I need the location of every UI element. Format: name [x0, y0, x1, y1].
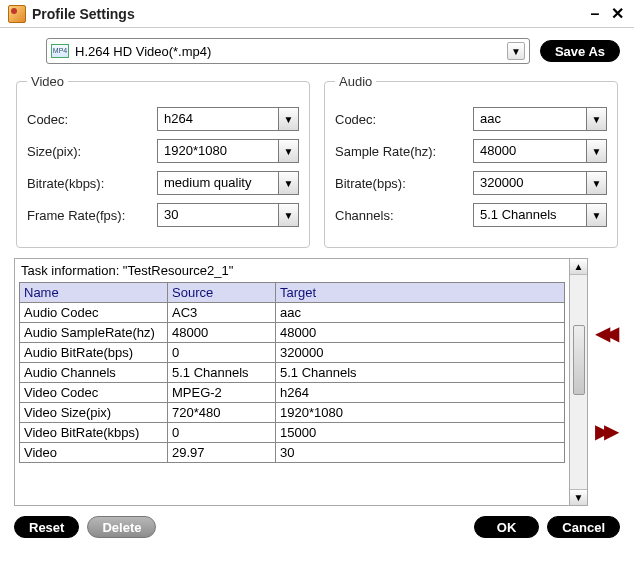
window-title: Profile Settings	[32, 6, 582, 22]
audio-codec-value: aac	[474, 108, 586, 130]
cell-target: 48000	[276, 323, 565, 343]
cell-source: 720*480	[168, 403, 276, 423]
table-row: Audio BitRate(bps)0320000	[20, 343, 565, 363]
audio-samplerate-value: 48000	[474, 140, 586, 162]
cell-name: Video BitRate(kbps)	[20, 423, 168, 443]
chevron-down-icon[interactable]: ▼	[586, 108, 606, 130]
video-size-select[interactable]: 1920*1080 ▼	[157, 139, 299, 163]
cell-name: Video	[20, 443, 168, 463]
chevron-down-icon[interactable]: ▼	[586, 140, 606, 162]
video-bitrate-value: medium quality	[158, 172, 278, 194]
ok-button[interactable]: OK	[474, 516, 540, 538]
save-as-button[interactable]: Save As	[540, 40, 620, 62]
video-codec-select[interactable]: h264 ▼	[157, 107, 299, 131]
table-header-row: Name Source Target	[20, 283, 565, 303]
next-task-button[interactable]: ▶▶	[595, 421, 613, 441]
table-row: Video Size(pix)720*4801920*1080	[20, 403, 565, 423]
table-row: Video29.9730	[20, 443, 565, 463]
task-info-scroll[interactable]: Task information: "TestResource2_1" Name…	[14, 258, 570, 506]
cell-target: 15000	[276, 423, 565, 443]
video-size-label: Size(pix):	[27, 144, 157, 159]
cell-name: Audio BitRate(bps)	[20, 343, 168, 363]
audio-legend: Audio	[335, 74, 376, 89]
video-framerate-value: 30	[158, 204, 278, 226]
table-row: Video BitRate(kbps)015000	[20, 423, 565, 443]
chevron-down-icon[interactable]: ▼	[586, 172, 606, 194]
cell-name: Audio Codec	[20, 303, 168, 323]
audio-bitrate-value: 320000	[474, 172, 586, 194]
table-row: Video CodecMPEG-2h264	[20, 383, 565, 403]
col-source: Source	[168, 283, 276, 303]
video-legend: Video	[27, 74, 68, 89]
cell-target: 5.1 Channels	[276, 363, 565, 383]
cell-source: 48000	[168, 323, 276, 343]
mp4-format-icon: MP4	[51, 44, 69, 58]
scroll-thumb[interactable]	[573, 325, 585, 395]
profile-selected-text: H.264 HD Video(*.mp4)	[75, 44, 507, 59]
table-row: Audio Channels5.1 Channels5.1 Channels	[20, 363, 565, 383]
vertical-scrollbar[interactable]: ▲ ▼	[570, 258, 588, 506]
minimize-button[interactable]: –	[586, 5, 604, 23]
cancel-button[interactable]: Cancel	[547, 516, 620, 538]
task-info-table: Name Source Target Audio CodecAC3aacAudi…	[19, 282, 565, 463]
scroll-up-icon[interactable]: ▲	[570, 259, 587, 275]
cell-source: 29.97	[168, 443, 276, 463]
video-framerate-label: Frame Rate(fps):	[27, 208, 157, 223]
cell-name: Video Codec	[20, 383, 168, 403]
cell-name: Video Size(pix)	[20, 403, 168, 423]
audio-bitrate-label: Bitrate(bps):	[335, 176, 473, 191]
cell-name: Audio Channels	[20, 363, 168, 383]
video-codec-value: h264	[158, 108, 278, 130]
cell-source: 0	[168, 423, 276, 443]
profile-select[interactable]: MP4 H.264 HD Video(*.mp4) ▼	[46, 38, 530, 64]
cell-target: 1920*1080	[276, 403, 565, 423]
cell-target: h264	[276, 383, 565, 403]
delete-button[interactable]: Delete	[87, 516, 156, 538]
app-icon	[8, 5, 26, 23]
audio-channels-value: 5.1 Channels	[474, 204, 586, 226]
cell-source: MPEG-2	[168, 383, 276, 403]
chevron-down-icon[interactable]: ▼	[278, 140, 298, 162]
chevron-down-icon[interactable]: ▼	[278, 172, 298, 194]
reset-button[interactable]: Reset	[14, 516, 79, 538]
audio-bitrate-select[interactable]: 320000 ▼	[473, 171, 607, 195]
cell-source: 0	[168, 343, 276, 363]
title-bar: Profile Settings – ✕	[0, 0, 634, 28]
chevron-down-icon[interactable]: ▼	[586, 204, 606, 226]
close-button[interactable]: ✕	[608, 4, 626, 23]
cell-target: 30	[276, 443, 565, 463]
audio-channels-select[interactable]: 5.1 Channels ▼	[473, 203, 607, 227]
prev-task-button[interactable]: ◀◀	[595, 323, 613, 343]
cell-name: Audio SampleRate(hz)	[20, 323, 168, 343]
audio-codec-select[interactable]: aac ▼	[473, 107, 607, 131]
cell-target: aac	[276, 303, 565, 323]
task-info-title: Task information: "TestResource2_1"	[19, 261, 565, 282]
scroll-down-icon[interactable]: ▼	[570, 489, 587, 505]
video-bitrate-select[interactable]: medium quality ▼	[157, 171, 299, 195]
video-size-value: 1920*1080	[158, 140, 278, 162]
audio-channels-label: Channels:	[335, 208, 473, 223]
audio-panel: Audio Codec: aac ▼ Sample Rate(hz): 4800…	[324, 74, 618, 248]
video-bitrate-label: Bitrate(kbps):	[27, 176, 157, 191]
video-framerate-select[interactable]: 30 ▼	[157, 203, 299, 227]
cell-source: 5.1 Channels	[168, 363, 276, 383]
chevron-down-icon[interactable]: ▼	[278, 204, 298, 226]
col-target: Target	[276, 283, 565, 303]
table-row: Audio CodecAC3aac	[20, 303, 565, 323]
video-panel: Video Codec: h264 ▼ Size(pix): 1920*1080…	[16, 74, 310, 248]
audio-codec-label: Codec:	[335, 112, 473, 127]
col-name: Name	[20, 283, 168, 303]
cell-source: AC3	[168, 303, 276, 323]
chevron-down-icon[interactable]: ▼	[507, 42, 525, 60]
chevron-down-icon[interactable]: ▼	[278, 108, 298, 130]
video-codec-label: Codec:	[27, 112, 157, 127]
audio-samplerate-label: Sample Rate(hz):	[335, 144, 473, 159]
audio-samplerate-select[interactable]: 48000 ▼	[473, 139, 607, 163]
cell-target: 320000	[276, 343, 565, 363]
table-row: Audio SampleRate(hz)4800048000	[20, 323, 565, 343]
